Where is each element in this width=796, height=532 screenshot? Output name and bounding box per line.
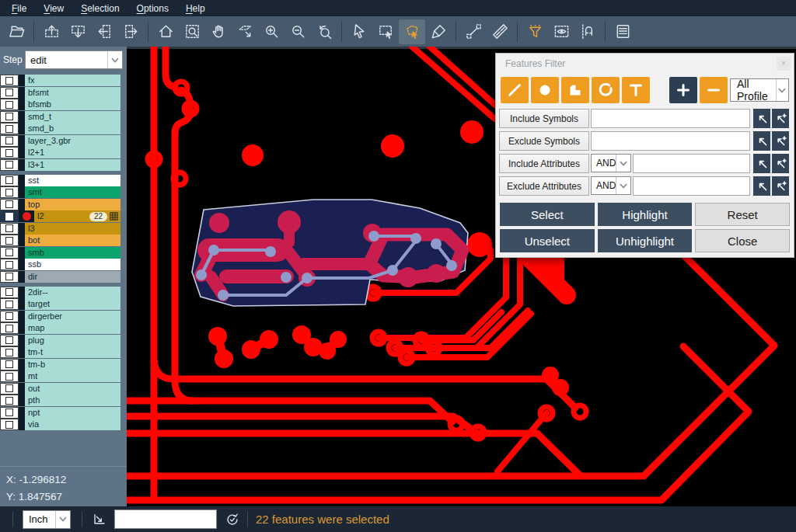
unhighlight-button[interactable]: Unhighlight (598, 229, 693, 252)
layer-name-cell[interactable]: mt (25, 370, 120, 382)
toolbar-zoom-in-button[interactable] (258, 19, 285, 44)
layer-row-tm-b[interactable]: tm-b (0, 359, 120, 370)
layer-row-bot[interactable]: bot (0, 235, 120, 246)
menu-help[interactable]: Help (177, 2, 214, 16)
refresh-icon[interactable] (224, 511, 241, 528)
include-attributes-button[interactable]: Include Attributes (499, 154, 589, 173)
filter-shape-arc-button[interactable] (592, 77, 620, 103)
layer-row-target[interactable]: target (0, 298, 120, 310)
layer-checkbox[interactable] (0, 199, 19, 210)
filter-shape-line-button[interactable] (501, 77, 529, 103)
close-icon[interactable]: × (777, 57, 791, 71)
layer-checkbox[interactable] (0, 359, 19, 370)
close-button[interactable]: Close (695, 229, 790, 252)
layer-name-cell[interactable]: dirgerber (25, 311, 120, 322)
layer-name-cell[interactable]: l2+1 (25, 147, 120, 158)
filter-add-mode-button[interactable] (669, 77, 697, 103)
layer-name-cell[interactable]: sst (25, 175, 120, 186)
layer-checkbox[interactable] (0, 235, 19, 246)
layer-row-map[interactable]: map (0, 322, 120, 334)
exclude-attributes-button[interactable]: Exclude Attributes (499, 176, 589, 196)
layer-name-cell[interactable]: l3 (25, 223, 120, 235)
layer-checkbox[interactable] (0, 271, 19, 283)
layer-name-cell[interactable]: tm-b (25, 359, 120, 370)
pick-from-screen-button[interactable] (753, 109, 770, 128)
layer-checkbox[interactable] (0, 175, 19, 186)
layer-checkbox[interactable] (0, 159, 19, 171)
operator-select[interactable]: AND (591, 176, 631, 195)
layer-name-cell[interactable]: smd_b (25, 123, 120, 134)
layer-row-l2[interactable]: l222 (0, 210, 120, 222)
toolbar-select-polygon-button[interactable] (399, 19, 425, 44)
highlight-button[interactable]: Highlight (598, 203, 693, 226)
filter-shape-text-button[interactable] (622, 77, 650, 103)
toolbar-clip-up-button[interactable] (38, 19, 65, 44)
include-attributes-input[interactable] (633, 154, 750, 173)
layer-name-cell[interactable]: smt (25, 186, 120, 198)
filter-shape-pad-button[interactable] (531, 77, 559, 103)
layer-checkbox[interactable] (0, 395, 19, 406)
layer-checkbox[interactable] (0, 75, 19, 86)
layer-row-tm-t[interactable]: tm-t (0, 346, 120, 358)
layer-name-cell[interactable]: bfsmb (25, 99, 120, 110)
layer-row-smd_b[interactable]: smd_b (0, 123, 120, 134)
layer-row-dir[interactable]: dir (0, 271, 120, 283)
pick-add-button[interactable] (772, 176, 789, 196)
layer-name-cell[interactable]: smd_t (25, 111, 120, 123)
pick-from-screen-button[interactable] (753, 176, 770, 196)
layer-checkbox[interactable] (0, 407, 19, 419)
layer-row-smd_t[interactable]: smd_t (0, 111, 120, 123)
layer-checkbox[interactable] (0, 335, 19, 346)
toolbar-clip-right-button[interactable] (117, 19, 144, 44)
toolbar-ruler-button[interactable] (487, 19, 513, 44)
layer-checkbox[interactable] (0, 383, 19, 395)
layer-checkbox[interactable] (0, 223, 19, 235)
layer-row-plug[interactable]: plug (0, 335, 120, 346)
pick-from-screen-button[interactable] (753, 154, 770, 173)
toolbar-view-options-button[interactable] (548, 19, 574, 44)
toolbar-pan-button[interactable] (205, 19, 232, 44)
layer-name-cell[interactable]: ssb (25, 259, 120, 270)
layer-row-smb[interactable]: smb (0, 247, 120, 259)
toolbar-home-button[interactable] (152, 19, 179, 44)
command-input[interactable] (114, 509, 217, 529)
toolbar-snap-button[interactable] (574, 19, 601, 44)
menu-selection[interactable]: Selection (72, 2, 127, 16)
layer-checkbox[interactable] (0, 147, 19, 158)
toolbar-measure-line-button[interactable] (460, 19, 487, 44)
layer-checkbox[interactable] (0, 311, 19, 322)
layer-row-smt[interactable]: smt (0, 186, 120, 198)
dialog-title-bar[interactable]: Features Filter × (496, 54, 794, 74)
toolbar-open-button[interactable] (3, 19, 30, 44)
unselect-button[interactable]: Unselect (500, 229, 595, 252)
layer-name-cell[interactable]: out (25, 383, 120, 395)
layer-checkbox[interactable] (0, 111, 19, 123)
layer-name-cell[interactable]: target (25, 298, 120, 310)
layer-checkbox[interactable] (0, 210, 19, 222)
layer-row-l2+1[interactable]: l2+1 (0, 147, 120, 158)
layer-name-cell[interactable]: fx (25, 75, 120, 86)
operator-select[interactable]: AND (591, 154, 631, 172)
pick-add-button[interactable] (772, 154, 789, 173)
layer-checkbox[interactable] (0, 287, 19, 298)
profile-select[interactable]: All Profile (730, 78, 789, 102)
layer-row-sst[interactable]: sst (0, 175, 120, 186)
step-select[interactable]: edit (25, 50, 123, 69)
layer-row-ssb[interactable]: ssb (0, 259, 120, 270)
toolbar-zoom-previous-button[interactable] (311, 19, 337, 44)
layer-name-cell[interactable]: top (25, 199, 120, 210)
exclude-symbols-button[interactable]: Exclude Symbols (499, 131, 589, 151)
menu-options[interactable]: Options (128, 2, 177, 16)
layer-checkbox[interactable] (0, 322, 19, 334)
reset-button[interactable]: Reset (695, 203, 790, 226)
layer-name-cell[interactable]: l3+1 (25, 159, 120, 171)
layer-checkbox[interactable] (0, 419, 19, 430)
layer-row-mt[interactable]: mt (0, 370, 120, 382)
layer-row-bfsmt[interactable]: bfsmt (0, 87, 120, 99)
layer-name-cell[interactable]: map (25, 322, 120, 334)
layer-name-cell[interactable]: bot (25, 235, 120, 246)
layer-name-cell[interactable]: npt (25, 407, 120, 419)
units-select[interactable]: Inch (23, 510, 71, 529)
include-symbols-button[interactable]: Include Symbols (499, 109, 589, 128)
layer-row-layer_3.gbr[interactable]: layer_3.gbr (0, 135, 120, 147)
